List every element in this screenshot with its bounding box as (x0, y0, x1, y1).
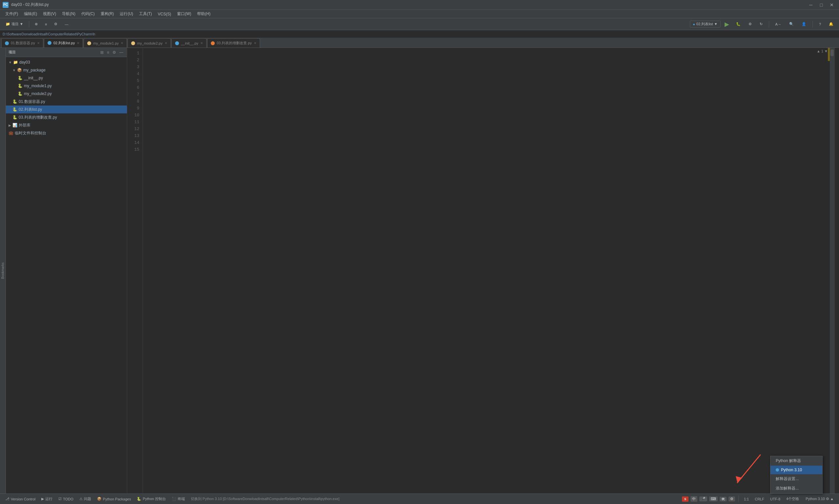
sidebar-tool-minimize[interactable]: — (118, 50, 124, 55)
editor-scrollbar[interactable] (830, 48, 834, 493)
line-number: 7 (127, 91, 139, 98)
tab-close-icon[interactable]: ✕ (200, 41, 203, 45)
tree-item-external-libs[interactable]: ▶ 📊 外部库 (6, 121, 127, 129)
tab-label: my_module2.py (137, 41, 163, 45)
problems-button[interactable]: ⚠ 问题 (77, 496, 94, 502)
ime-tools-button[interactable]: 🛠 (720, 497, 727, 501)
menu-run[interactable]: 运行(U) (117, 11, 136, 17)
version-control-button[interactable]: ⎇ Version Control (3, 496, 38, 502)
right-decoration-strip (828, 48, 830, 493)
run-panel-button[interactable]: ▶ 运行 (39, 496, 55, 502)
title-bar: PC day03 - 02.列表list.py ─ □ ✕ (0, 0, 839, 10)
run-config-label: 02.列表list ▼ (696, 22, 718, 26)
python-packages-button[interactable]: 📦 Python Packages (94, 496, 134, 502)
translate-button[interactable]: A→ (772, 21, 784, 28)
popup-item-interpreter-settings[interactable]: 解释器设置... (770, 474, 822, 484)
menu-vcs[interactable]: VCS(S) (155, 11, 174, 17)
ime-mic-button[interactable]: 🎤 (699, 497, 707, 501)
collapse-button[interactable]: — (62, 21, 71, 28)
popup-item-python310[interactable]: Python 3.10 (770, 466, 822, 474)
profile-button[interactable]: ↻ (757, 21, 766, 28)
minimap (834, 48, 839, 493)
sidebar-tool-list[interactable]: ≡ (106, 50, 110, 55)
todo-button[interactable]: ☑ TODO (56, 496, 76, 502)
maximize-button[interactable]: □ (817, 2, 826, 8)
debug-button[interactable]: 🐛 (733, 21, 744, 28)
tree-item-day03[interactable]: ▼ 📁 day03 (6, 58, 127, 66)
close-button[interactable]: ✕ (827, 2, 836, 8)
coverage-button[interactable]: ⚙ (746, 21, 755, 28)
python-version-button[interactable]: Python 3.10 ⚙ ▲ (803, 496, 836, 502)
tree-item-my-package[interactable]: ▼ 📦 my_package (6, 66, 127, 74)
tab-label: 02.列表list.py (53, 41, 75, 46)
run-config-dropdown[interactable]: ● 02.列表list ▼ (690, 21, 720, 28)
tab-my-module2[interactable]: my_module2.py ✕ (127, 38, 171, 48)
tab-close-icon[interactable]: ✕ (37, 41, 40, 45)
code-editor[interactable] (143, 48, 831, 493)
menu-navigate[interactable]: 导航(N) (59, 11, 78, 17)
tab-03-list-ops[interactable]: 03.列表的增删改查.py ✕ (207, 38, 260, 48)
help-button[interactable]: ? (816, 21, 824, 28)
left-vertical-strip: Bookmarks (0, 48, 6, 493)
terminal-button[interactable]: ⬛ 终端 (169, 496, 188, 502)
tab-close-icon[interactable]: ✕ (254, 41, 256, 45)
tab-close-icon[interactable]: ✕ (164, 41, 167, 45)
menu-edit[interactable]: 编辑(E) (21, 11, 40, 17)
ime-settings-button[interactable]: ⚙ (729, 497, 735, 501)
tree-item-my-module2[interactable]: 🐍 my_module2.py (6, 90, 127, 98)
indent-indicator[interactable]: 4个空格 (784, 496, 801, 502)
sidebar-tool-settings[interactable]: ⚙ (111, 50, 117, 55)
split-button[interactable]: ≡ (42, 21, 50, 28)
tab-02-list[interactable]: 02.列表list.py ✕ (44, 38, 83, 48)
chevron-right-icon: ▶ (8, 124, 11, 127)
tree-item-03-list-ops[interactable]: 🐍 03.列表的增删改查.py (6, 113, 127, 121)
editor-area: 1 2 3 4 5 6 7 8 9 10 11 12 13 14 15 ▲ 1 … (127, 48, 834, 493)
bookmarks-strip[interactable]: Bookmarks (0, 261, 5, 280)
editor-annotation: ▲ 1 ▼ (817, 49, 828, 53)
tab-init[interactable]: __init__.py ✕ (172, 38, 207, 48)
menu-view[interactable]: 视图(V) (40, 11, 59, 17)
minimize-button[interactable]: ─ (806, 2, 816, 8)
sidebar-tool-grid[interactable]: ⊞ (99, 50, 105, 55)
status-path-text: 切换到 Python 3.10 [D:\SoftwareDonwloadInts… (191, 497, 340, 501)
line-col-indicator[interactable]: 1:1 (742, 497, 751, 502)
python-console-button[interactable]: 🐍 Python 控制台 (134, 496, 168, 502)
navigate-back-button[interactable]: ⊕ (32, 21, 41, 28)
popup-item-add-interpreter[interactable]: 添加解释器... (770, 484, 822, 493)
problems-icon: ⚠ (79, 497, 83, 501)
py-file-icon (5, 41, 9, 45)
menu-refactor[interactable]: 重构(R) (98, 11, 117, 17)
tab-close-icon[interactable]: ✕ (77, 41, 79, 45)
tab-01-data-container[interactable]: 01.数据容器.py ✕ (1, 38, 43, 48)
menu-file[interactable]: 文件(F) (3, 11, 21, 17)
run-button[interactable]: ▶ (722, 20, 731, 29)
line-number: 3 (127, 64, 139, 70)
line-number: 13 (127, 132, 139, 139)
ime-cn-button[interactable]: 中 (691, 496, 697, 502)
settings-toolbar-button[interactable]: ⚙ (51, 21, 60, 28)
tab-close-icon[interactable]: ✕ (121, 41, 123, 45)
encoding-indicator[interactable]: UTF-8 (768, 497, 782, 502)
menu-window[interactable]: 窗口(W) (174, 11, 194, 17)
project-dropdown-button[interactable]: 📁 项目 ▼ (3, 20, 26, 28)
menu-help[interactable]: 帮助(H) (194, 11, 213, 17)
tree-item-my-module1[interactable]: 🐍 my_module1.py (6, 82, 127, 90)
tab-my-module1[interactable]: my_module1.py ✕ (84, 38, 127, 48)
line-number: 5 (127, 77, 139, 84)
tab-label: 03.列表的增删改查.py (217, 41, 252, 46)
user-button[interactable]: 👤 (799, 21, 809, 28)
notifications-button[interactable]: 🔔 (826, 21, 836, 28)
search-button[interactable]: 🔍 (786, 21, 797, 28)
tree-item-02-list[interactable]: 🐍 02.列表list.py (6, 106, 127, 113)
main-layout: Bookmarks 项目 ⊞ ≡ ⚙ — ▼ 📁 day03 ▼ 📦 my_ (0, 48, 839, 493)
menu-code[interactable]: 代码(C) (79, 11, 98, 17)
popup-label: Python 解释器 (776, 458, 801, 464)
tree-item-scratch[interactable]: 💼 临时文件和控制台 (6, 129, 127, 137)
tree-item-init[interactable]: 🐍 __init__.py (6, 74, 127, 82)
ime-keyboard-button[interactable]: ⌨ (709, 497, 718, 501)
popup-item-interpreter-title[interactable]: Python 解释器 (770, 456, 822, 466)
tree-item-01-data[interactable]: 🐍 01.数据容器.py (6, 98, 127, 106)
line-ending-indicator[interactable]: CRLF (753, 497, 766, 502)
menu-tools[interactable]: 工具(T) (136, 11, 154, 17)
selected-dot-icon (776, 468, 779, 471)
